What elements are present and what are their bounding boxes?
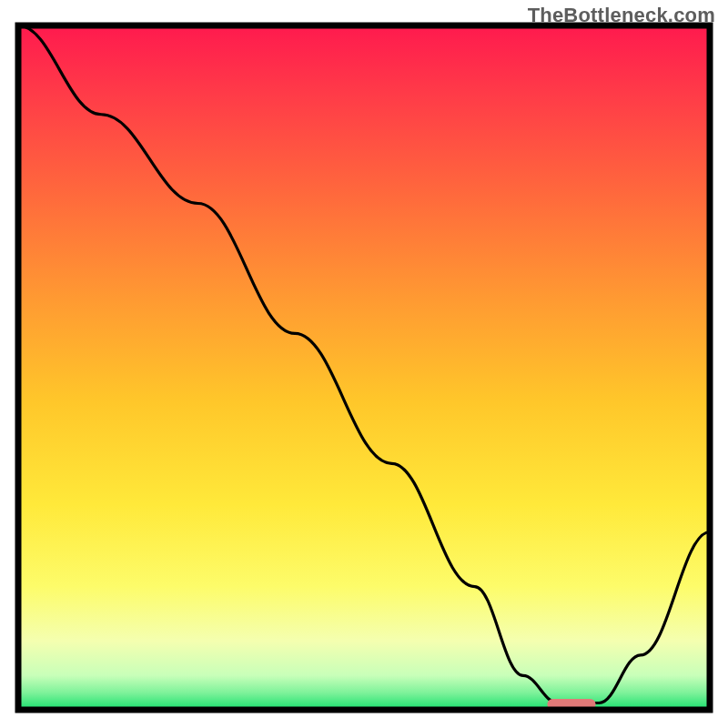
bottleneck-chart xyxy=(0,0,728,728)
gradient-background xyxy=(18,25,710,710)
watermark-text: TheBottleneck.com xyxy=(528,4,715,27)
chart-container: TheBottleneck.com xyxy=(0,0,728,728)
